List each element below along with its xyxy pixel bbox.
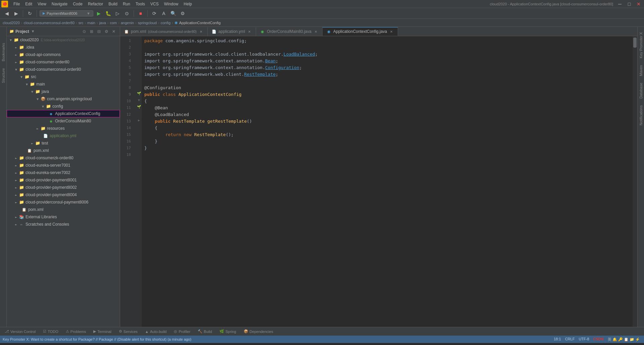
breadcrumb-config[interactable]: config — [161, 21, 170, 25]
menu-refactor[interactable]: Refactor — [85, 1, 106, 7]
right-tab-maven[interactable]: Maven — [638, 62, 644, 79]
bottom-tab-services[interactable]: ⚙ Services — [115, 328, 141, 335]
tree-item-java-dir[interactable]: ▼ 📁 java — [7, 88, 120, 95]
menu-tools[interactable]: Tools — [133, 1, 148, 7]
translate-btn[interactable]: A — [160, 9, 168, 17]
status-encoding[interactable]: CRLF — [564, 337, 576, 342]
right-tab-database[interactable]: Database — [638, 80, 644, 101]
debug-btn[interactable]: 🐛 — [104, 9, 112, 17]
tree-item-root[interactable]: ▼ 📁 cloud2020 E:\idea-workspace\cloud202… — [7, 36, 120, 44]
menu-code[interactable]: Code — [70, 1, 85, 7]
sidebar-expand-btn[interactable]: ⊞ — [88, 28, 95, 35]
tree-item-payment8006[interactable]: ► 📁 cloud-providerconsul-payment8006 — [7, 198, 120, 206]
breadcrumb-springcloud[interactable]: springcloud — [138, 21, 157, 25]
sidebar-close-btn[interactable]: ✕ — [110, 28, 117, 35]
run-configuration[interactable]: ▶ PaymentMain8006 ▼ — [40, 10, 93, 16]
bottom-tab-problems[interactable]: ⚠ Problems — [62, 328, 89, 335]
left-vtab-bookmarks[interactable]: Bookmarks — [0, 40, 6, 64]
tree-item-main[interactable]: ▼ 📁 main — [7, 80, 120, 88]
bottom-tab-build[interactable]: 🔨 Build — [194, 328, 215, 335]
code-editor[interactable]: 1 2 3 4 5 6 7 8 9 10 11 12 13 14 15 16 1… — [120, 36, 637, 327]
tree-item-consumerconsul[interactable]: ▼ 📁 cloud-consumerconsul-order80 — [7, 66, 120, 73]
menu-window[interactable]: Window — [161, 1, 181, 7]
left-vtab-structure[interactable]: Structure — [0, 65, 6, 86]
stop-btn[interactable]: ■ — [137, 9, 145, 17]
tab-appcontextconfig[interactable]: ◉ ApplicationContextConfig.java ✕ — [323, 27, 398, 36]
editor-scrollbar[interactable] — [633, 36, 637, 327]
coverage-btn[interactable]: ▷ — [113, 9, 121, 17]
tree-item-payment8004[interactable]: ► 📁 cloud-provider-payment8004 — [7, 191, 120, 198]
bottom-tab-version-control[interactable]: ⎇ Version Control — [1, 328, 39, 335]
tree-item-ext-libs[interactable]: ► 📚 External Libraries — [7, 213, 120, 221]
tab-ordermain-close[interactable]: ✕ — [313, 29, 318, 34]
tab-appcontextconfig-close[interactable]: ✕ — [389, 29, 394, 34]
breadcrumb-src[interactable]: src — [79, 21, 84, 25]
status-position[interactable]: 18:1 — [552, 337, 562, 342]
tree-item-api-commons[interactable]: ► 📁 cloud-api-commons — [7, 51, 120, 58]
profile-btn[interactable]: ⊙ — [123, 9, 131, 17]
menu-run[interactable]: Run — [120, 1, 133, 7]
tree-item-payment8001[interactable]: ► 📁 cloud-provider-payment8001 — [7, 176, 120, 184]
run-btn[interactable]: ▶ — [95, 9, 103, 17]
tree-item-resources[interactable]: ► 📁 resources — [7, 125, 120, 132]
sync-btn[interactable]: ↻ — [26, 9, 34, 17]
menu-view[interactable]: View — [35, 1, 49, 7]
tree-item-pom-consumerconsul[interactable]: 📋 pom.xml — [7, 147, 120, 154]
search-btn[interactable]: 🔍 — [169, 9, 177, 17]
back-btn[interactable]: ◀ — [3, 9, 11, 17]
tree-item-consumerzk[interactable]: ► 📁 cloud-consumerzk-order80 — [7, 154, 120, 162]
tab-appyml[interactable]: 📄 application.yml ✕ — [208, 27, 256, 36]
right-tab-notifications[interactable]: Notifications — [638, 103, 644, 128]
bottom-tab-todo[interactable]: ☑ TODO — [40, 328, 62, 335]
tree-item-src[interactable]: ▼ 📁 src — [7, 73, 120, 80]
menu-help[interactable]: Help — [181, 1, 195, 7]
tree-item-orderconsulmain[interactable]: ◉ OrderConsulMain80 — [7, 117, 120, 125]
tree-item-config-dir[interactable]: ▼ 📁 config — [7, 103, 120, 110]
update-btn[interactable]: ⟳ — [150, 9, 158, 17]
settings-btn[interactable]: ⚙ — [179, 9, 187, 17]
tab-pom-close[interactable]: ✕ — [199, 29, 203, 34]
tree-item-eureka7001[interactable]: ► 📁 cloud-eureka-server7001 — [7, 162, 120, 169]
sidebar-settings-btn[interactable]: ⚙ — [103, 28, 110, 35]
spring-icon: 🌿 — [219, 329, 224, 334]
restore-btn[interactable]: □ — [625, 0, 633, 8]
bottom-tab-dependencies[interactable]: 📦 Dependencies — [240, 328, 277, 335]
forward-btn[interactable]: ▶ — [12, 9, 20, 17]
tree-item-idea[interactable]: ► 📁 .idea — [7, 44, 120, 51]
breadcrumb-cloud2020[interactable]: cloud2020 — [3, 21, 20, 25]
bottom-tab-terminal[interactable]: ▶ Terminal — [90, 328, 115, 335]
breadcrumb-angenin[interactable]: angenin — [121, 21, 134, 25]
close-btn[interactable]: ✕ — [635, 0, 643, 8]
tree-item-payment8002[interactable]: ► 📁 cloud-provider-payment8002 — [7, 184, 120, 191]
menu-edit[interactable]: Edit — [22, 1, 35, 7]
sidebar-locate-btn[interactable]: ⊙ — [81, 28, 88, 35]
breadcrumb-java[interactable]: java — [99, 21, 106, 25]
tab-pom[interactable]: 📋 pom.xml (cloud-consumerconsul-order80)… — [120, 27, 208, 36]
minimize-btn[interactable]: ─ — [616, 0, 624, 8]
breadcrumb-main[interactable]: main — [87, 21, 95, 25]
tree-item-appyml[interactable]: 📄 application.yml — [7, 132, 120, 139]
tab-ordermain[interactable]: ◉ OrderConsulMain80.java ✕ — [256, 27, 323, 36]
tree-item-appcontextconfig[interactable]: ◉ ApplicationContextConfig — [7, 110, 120, 117]
menu-vcs[interactable]: VCS — [148, 1, 161, 7]
tree-item-package[interactable]: ▼ 📦 com.angenin.springcloud — [7, 95, 120, 103]
menu-navigate[interactable]: Navigate — [49, 1, 70, 7]
bottom-tab-profiler[interactable]: ◎ Profiler — [170, 328, 194, 335]
code-content[interactable]: package com.angenin.springcloud.config; … — [142, 36, 633, 327]
sidebar-collapse-btn[interactable]: ⊟ — [96, 28, 102, 35]
status-charset[interactable]: UTF-8 — [577, 337, 590, 342]
tree-item-consumer-order80[interactable]: ► 📁 cloud-consumer-order80 — [7, 58, 120, 66]
right-tab-keypromoter[interactable]: Key Promoter X — [638, 30, 644, 61]
tree-item-test[interactable]: ► 📁 test — [7, 139, 120, 147]
tree-item-pom-root[interactable]: 📋 pom.xml — [7, 206, 120, 213]
menu-file[interactable]: File — [11, 1, 22, 7]
breadcrumb-module[interactable]: cloud-consumerconsul-order80 — [23, 21, 75, 25]
bottom-tab-autobuild[interactable]: ▲ Auto-build — [142, 328, 170, 335]
tab-appyml-close[interactable]: ✕ — [247, 29, 252, 34]
project-tree[interactable]: ▼ 📁 cloud2020 E:\idea-workspace\cloud202… — [7, 36, 120, 327]
tree-item-eureka7002[interactable]: ► 📁 cloud-eureka-server7002 — [7, 169, 120, 176]
breadcrumb-com[interactable]: com — [110, 21, 117, 25]
bottom-tab-spring[interactable]: 🌿 Spring — [216, 328, 240, 335]
tree-item-scratches[interactable]: ► ✏ Scratches and Consoles — [7, 221, 120, 228]
menu-build[interactable]: Build — [106, 1, 120, 7]
